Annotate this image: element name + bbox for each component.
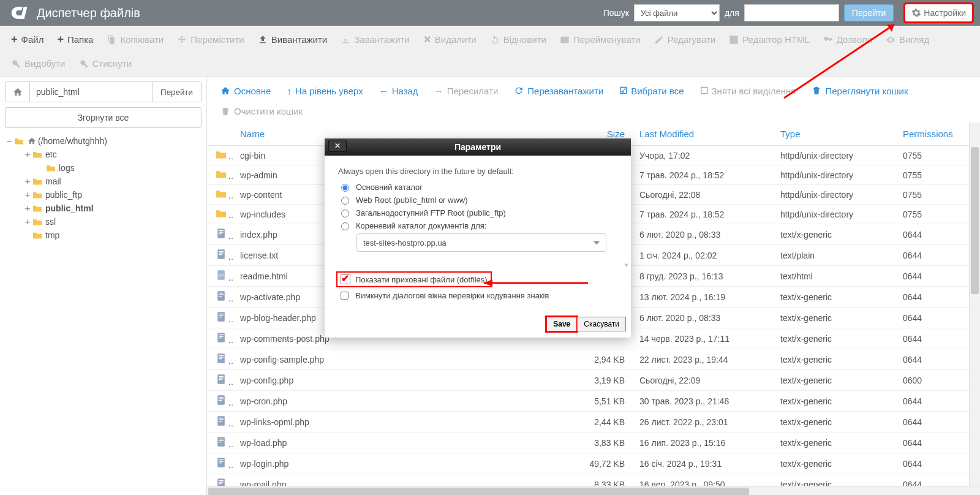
docroot-select[interactable]: test-sites-hostpro.pp.ua	[356, 233, 606, 252]
modal-heading: Always open this directory in the future…	[338, 167, 617, 176]
modal-titlebar[interactable]: ✕ Параметри	[325, 138, 631, 156]
scroll-down-icon: ▾	[625, 261, 628, 269]
radio-main[interactable]: Основний каталог	[338, 182, 617, 192]
save-button[interactable]: Save	[546, 317, 577, 331]
radio-ftp[interactable]: Загальнодоступний FTP Root (public_ftp)	[338, 208, 617, 217]
checkbox-icon[interactable]: ✔	[341, 274, 350, 284]
disable-encoding-row[interactable]: Вимкнути діалогові вікна перевірки кодув…	[338, 290, 617, 301]
radio-docroot[interactable]: Кореневий каталог документів для:	[338, 221, 617, 230]
modal-title: Параметри	[454, 142, 501, 152]
show-hidden-row[interactable]: ✔ Показати приховані файли (dotfiles)	[338, 273, 617, 285]
modal-overlay: ✕ Параметри Always open this directory i…	[0, 0, 980, 495]
modal-close-button[interactable]: ✕	[328, 140, 347, 152]
modal-footer: Save Скасувати	[325, 312, 631, 338]
radio-webroot[interactable]: Web Root (public_html or www)	[338, 195, 617, 205]
preferences-modal: ✕ Параметри Always open this directory i…	[325, 138, 631, 338]
cancel-button[interactable]: Скасувати	[577, 317, 626, 331]
